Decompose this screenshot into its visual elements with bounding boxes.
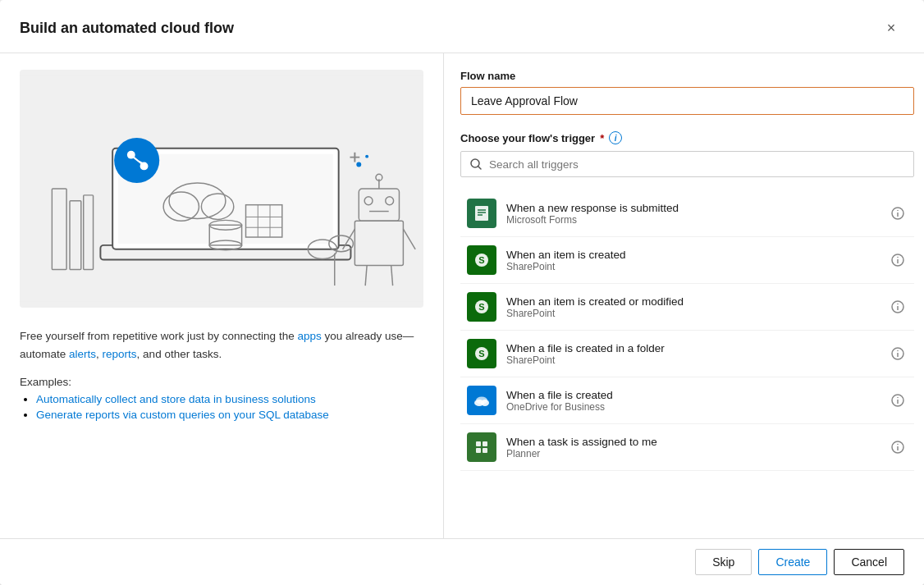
svg-point-39 [365, 155, 368, 158]
flow-name-input[interactable] [460, 87, 914, 115]
trigger-text-sp1: When an item is created SharePoint [506, 249, 878, 272]
alerts-link[interactable]: alerts [69, 348, 96, 360]
trigger-app-sp2: SharePoint [506, 308, 878, 319]
svg-text:S: S [478, 349, 484, 359]
trigger-name-sp2: When an item is created or modified [506, 295, 878, 308]
trigger-text-onedrive: When a file is created OneDrive for Busi… [506, 389, 878, 413]
svg-rect-73 [483, 448, 487, 453]
svg-rect-70 [476, 441, 481, 446]
trigger-icon-planner [467, 432, 496, 462]
trigger-info-btn-sp3[interactable] [888, 344, 908, 363]
trigger-app-planner: Planner [506, 448, 878, 459]
trigger-item-sp3[interactable]: S When a file is created in a folder Sha… [460, 331, 914, 377]
trigger-info-btn-sp1[interactable] [888, 250, 908, 270]
trigger-text-sp3: When a file is created in a folder Share… [506, 342, 878, 366]
trigger-icon-forms [467, 199, 496, 228]
trigger-app-forms: Microsoft Forms [506, 214, 878, 226]
trigger-name-planner: When a task is assigned to me [506, 436, 878, 448]
trigger-label-text: Choose your flow's trigger [460, 132, 595, 144]
dialog-title: Build an automated cloud flow [20, 20, 234, 37]
trigger-item-sp1[interactable]: S When an item is created SharePoint [460, 237, 914, 284]
trigger-app-sp1: SharePoint [506, 261, 878, 272]
trigger-info-btn-forms[interactable] [888, 203, 908, 223]
search-input[interactable] [489, 158, 905, 171]
trigger-icon-sp1: S [467, 245, 496, 275]
search-icon [469, 158, 483, 171]
trigger-name-onedrive: When a file is created [506, 389, 878, 401]
trigger-name-forms: When a new response is submitted [506, 202, 878, 214]
trigger-list: When a new response is submitted Microso… [460, 190, 914, 471]
close-button[interactable]: × [878, 15, 904, 41]
trigger-name-sp3: When a file is created in a folder [506, 342, 878, 354]
required-indicator: * [600, 132, 604, 144]
example-link-1[interactable]: Automatically collect and store data in … [36, 393, 316, 405]
create-button[interactable]: Create [758, 549, 827, 575]
trigger-section-label: Choose your flow's trigger * i [460, 131, 914, 144]
illustration [20, 70, 423, 308]
skip-button[interactable]: Skip [695, 549, 752, 575]
dialog: Build an automated cloud flow × [0, 0, 924, 585]
examples-label: Examples: [20, 376, 423, 388]
svg-point-48 [897, 210, 899, 212]
example-item-1: Automatically collect and store data in … [36, 393, 423, 405]
trigger-info-btn-onedrive[interactable] [888, 391, 908, 410]
info-icon[interactable]: i [609, 131, 622, 144]
trigger-item-planner[interactable]: When a task is assigned to me Planner [460, 424, 914, 471]
trigger-info-btn-planner[interactable] [888, 437, 908, 457]
example-link-2[interactable]: Generate reports via custom queries on y… [36, 409, 329, 421]
dialog-body: Free yourself from repetitive work just … [0, 53, 924, 538]
search-box[interactable] [460, 151, 914, 177]
trigger-icon-onedrive [467, 386, 496, 415]
trigger-text-planner: When a task is assigned to me Planner [506, 436, 878, 459]
svg-point-69 [897, 397, 899, 399]
svg-line-41 [478, 167, 482, 170]
right-panel: Flow name Choose your flow's trigger * i [444, 53, 924, 538]
right-scroll-area[interactable]: Flow name Choose your flow's trigger * i [460, 70, 924, 538]
examples-list: Automatically collect and store data in … [20, 393, 423, 421]
trigger-icon-sp2: S [467, 292, 496, 322]
trigger-item-onedrive[interactable]: When a file is created OneDrive for Busi… [460, 377, 914, 424]
reports-link[interactable]: reports [103, 348, 137, 360]
trigger-text-sp2: When an item is created or modified Shar… [506, 295, 878, 319]
svg-rect-71 [483, 441, 487, 446]
trigger-item-forms[interactable]: When a new response is submitted Microso… [460, 190, 914, 237]
trigger-app-onedrive: OneDrive for Business [506, 401, 878, 413]
svg-rect-72 [476, 448, 481, 453]
trigger-icon-sp3: S [467, 339, 496, 368]
dialog-footer: Skip Create Cancel [0, 538, 924, 585]
svg-point-58 [897, 304, 899, 305]
trigger-app-sp3: SharePoint [506, 354, 878, 366]
svg-point-38 [356, 162, 361, 167]
flow-name-label: Flow name [460, 70, 914, 82]
svg-text:S: S [478, 302, 484, 312]
example-item-2: Generate reports via custom queries on y… [36, 409, 423, 421]
apps-link[interactable]: apps [297, 330, 321, 342]
svg-rect-42 [475, 206, 488, 221]
trigger-info-btn-sp2[interactable] [888, 297, 908, 317]
description-text: Free yourself from repetitive work just … [20, 327, 423, 363]
trigger-name-sp1: When an item is created [506, 249, 878, 261]
svg-point-53 [897, 257, 899, 258]
svg-point-63 [897, 350, 899, 352]
left-panel: Free yourself from repetitive work just … [0, 53, 443, 538]
trigger-item-sp2[interactable]: S When an item is created or modified Sh… [460, 284, 914, 331]
trigger-text-forms: When a new response is submitted Microso… [506, 202, 878, 226]
dialog-header: Build an automated cloud flow × [0, 0, 924, 53]
cancel-button[interactable]: Cancel [834, 549, 904, 575]
svg-point-76 [897, 444, 899, 446]
svg-text:S: S [478, 255, 484, 265]
svg-point-66 [476, 397, 487, 404]
